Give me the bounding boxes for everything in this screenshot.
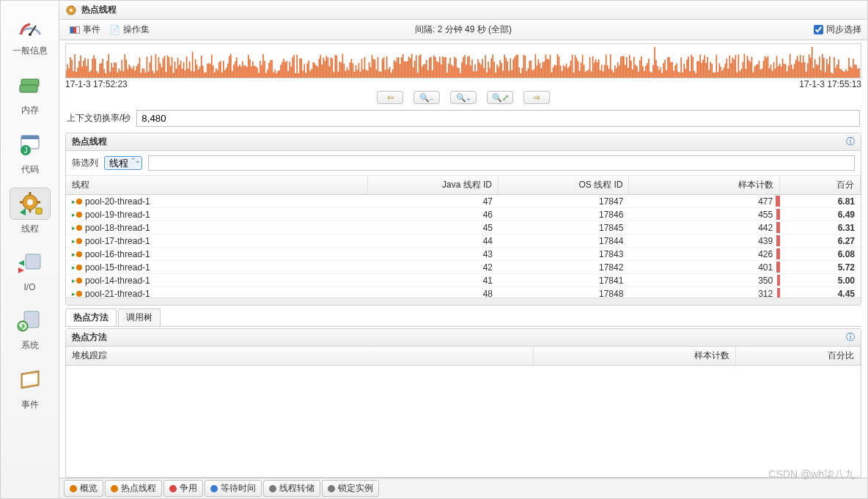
cell-thread: ▸pool-20-thread-1: [66, 195, 368, 207]
thread-row-icon: ▸: [72, 290, 82, 297]
sync-checkbox[interactable]: [814, 25, 823, 34]
svg-point-1: [29, 33, 32, 36]
sidebar: 一般信息 内存 J 代码 线程 I/O 系统 事件: [1, 1, 59, 498]
bottom-tab-5[interactable]: 锁定实例: [322, 480, 379, 497]
cell-percent: 6.08: [780, 248, 861, 260]
cell-thread: ▸pool-18-thread-1: [66, 221, 368, 234]
col-os-id[interactable]: OS 线程 ID: [499, 176, 629, 194]
col-java-id[interactable]: Java 线程 ID: [368, 176, 499, 194]
help-icon[interactable]: ⓘ: [846, 136, 855, 148]
sidebar-item-label: 代码: [21, 163, 39, 176]
tab-hot-methods[interactable]: 热点方法: [65, 308, 117, 326]
bottom-tab-1[interactable]: 热点线程: [105, 480, 162, 497]
cell-sample: 477: [629, 195, 780, 207]
cell-percent: 6.31: [780, 221, 861, 234]
tab-dot-icon: [169, 485, 177, 492]
col-sample[interactable]: 样本计数: [629, 176, 780, 194]
col-thread[interactable]: 线程: [66, 176, 368, 194]
table-row[interactable]: ▸pool-21-thread-148178483124.45: [66, 287, 861, 297]
sidebar-item-system[interactable]: 系统: [4, 304, 56, 352]
cell-os-id: 17841: [499, 274, 629, 287]
bottom-tab-3[interactable]: 等待时间: [205, 480, 262, 497]
col-sample2[interactable]: 样本计数: [534, 347, 736, 365]
zoom-out-button[interactable]: 🔍₋: [413, 91, 440, 104]
table-row[interactable]: ▸pool-14-thread-141178413505.00: [66, 274, 861, 287]
cell-thread: ▸pool-21-thread-1: [66, 287, 368, 297]
main-content: 热点线程 事件 📄操作集 间隔: 2 分钟 49 秒 (全部) 同步选择 17-…: [59, 1, 867, 498]
table-row[interactable]: ▸pool-16-thread-143178434266.08: [66, 248, 861, 261]
sidebar-item-threads[interactable]: 线程: [4, 188, 56, 235]
sidebar-item-overview[interactable]: 一般信息: [4, 10, 56, 57]
tab-dot-icon: [269, 485, 276, 492]
cell-thread: ▸pool-14-thread-1: [66, 274, 368, 287]
cell-java-id: 48: [368, 287, 499, 297]
cell-thread: ▸pool-19-thread-1: [66, 208, 368, 221]
table-row[interactable]: ▸pool-20-thread-147178474776.81: [66, 195, 861, 208]
context-switch-input[interactable]: [136, 110, 860, 127]
events-button[interactable]: 事件: [65, 22, 105, 37]
nav-prev-button[interactable]: ⇦: [377, 91, 403, 104]
cell-java-id: 43: [368, 248, 499, 260]
sidebar-item-label: I/O: [23, 282, 35, 292]
horizontal-scrollbar[interactable]: [66, 297, 861, 305]
cell-os-id: 17844: [499, 234, 629, 247]
nav-next-button[interactable]: ⇨: [523, 91, 550, 104]
tab-dot-icon: [210, 485, 218, 492]
methods-table-body: [66, 366, 861, 477]
table-row[interactable]: ▸pool-17-thread-144178444396.27: [66, 234, 861, 248]
cell-sample: 426: [629, 248, 780, 260]
col-stack[interactable]: 堆栈跟踪: [66, 347, 534, 365]
events-icon: [15, 366, 45, 393]
events-mini-icon: [70, 26, 80, 34]
timeline-end: 17-1-3 17:55:13: [799, 79, 861, 89]
col-percent2[interactable]: 百分比: [736, 347, 861, 365]
panel-title: 热点线程: [72, 136, 107, 148]
cell-thread: ▸pool-15-thread-1: [66, 261, 368, 273]
gear-icon: [15, 191, 45, 217]
zoom-in-button[interactable]: 🔍₊: [450, 91, 477, 104]
timeline-chart[interactable]: [65, 43, 861, 78]
sidebar-item-memory[interactable]: 内存: [4, 69, 56, 117]
memory-icon: [15, 72, 45, 98]
cell-sample: 401: [629, 261, 780, 273]
cell-thread: ▸pool-16-thread-1: [66, 248, 368, 260]
sidebar-item-code[interactable]: J 代码: [4, 128, 56, 176]
table-row[interactable]: ▸pool-18-thread-145178454426.31: [66, 221, 861, 234]
tab-call-tree[interactable]: 调用树: [118, 308, 161, 326]
cell-percent: 6.27: [780, 234, 861, 247]
bottom-tab-4[interactable]: 线程转储: [263, 480, 320, 497]
thread-row-icon: ▸: [72, 277, 82, 284]
svg-rect-3: [20, 85, 37, 92]
sidebar-item-label: 系统: [21, 339, 39, 352]
interval-label: 间隔: 2 分钟 49 秒 (全部): [415, 23, 512, 36]
svg-marker-17: [18, 260, 24, 266]
cell-java-id: 42: [368, 261, 499, 273]
cell-percent: 6.81: [780, 195, 861, 207]
context-switch-label: 上下文切换率/秒: [67, 112, 130, 125]
sidebar-item-events[interactable]: 事件: [4, 363, 56, 411]
cell-sample: 442: [629, 221, 780, 234]
bottom-tab-2[interactable]: 争用: [163, 480, 203, 497]
sidebar-item-io[interactable]: I/O: [4, 247, 56, 292]
filter-select[interactable]: 线程: [104, 156, 142, 170]
cell-percent: 4.45: [780, 287, 861, 297]
cell-os-id: 17845: [499, 221, 629, 234]
hot-threads-panel: 热点线程 ⓘ 筛选列 线程 线程 Java 线程 ID OS 线程 ID 样本计…: [65, 133, 861, 306]
action-set-button[interactable]: 📄操作集: [105, 22, 154, 37]
table-row[interactable]: ▸pool-19-thread-146178464556.49: [66, 208, 861, 221]
gauge-icon: [15, 12, 45, 39]
filter-input[interactable]: [148, 155, 855, 171]
col-percent[interactable]: 百分: [780, 176, 861, 194]
metric-row: 上下文切换率/秒: [59, 104, 867, 133]
help-icon[interactable]: ⓘ: [846, 331, 855, 344]
sidebar-item-label: 事件: [21, 399, 39, 411]
threads-table: 线程 Java 线程 ID OS 线程 ID 样本计数 百分 ▸pool-20-…: [66, 176, 861, 305]
nav-button-row: ⇦ 🔍₋ 🔍₊ 🔍⤢ ⇨: [59, 91, 867, 104]
sub-tabs: 热点方法 调用树: [65, 308, 861, 327]
titlebar: 热点线程: [59, 1, 867, 20]
bottom-tab-0[interactable]: 概览: [64, 480, 103, 497]
thread-row-icon: ▸: [72, 224, 82, 232]
tab-dot-icon: [70, 485, 77, 492]
table-row[interactable]: ▸pool-15-thread-142178424015.72: [66, 261, 861, 274]
zoom-all-button[interactable]: 🔍⤢: [487, 91, 513, 104]
